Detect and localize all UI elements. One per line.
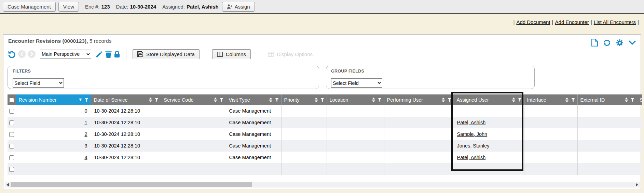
columns-icon [217, 52, 223, 57]
sort-arrows-icon[interactable] [149, 98, 152, 102]
column-header-revision-number[interactable]: Revision Number [16, 94, 91, 105]
sort-arrows-icon[interactable] [565, 98, 568, 102]
funnel-icon[interactable] [320, 98, 324, 102]
revision-link[interactable]: 2 [84, 131, 87, 137]
revision-link[interactable]: 3 [84, 143, 87, 149]
lock-icon[interactable] [114, 51, 120, 58]
row-checkbox[interactable] [9, 144, 14, 149]
revisions-table: Revision Number Date of Service Service … [8, 94, 642, 175]
assigned-user-link[interactable]: Sample, John [457, 131, 488, 137]
funnel-icon[interactable] [85, 98, 88, 102]
sort-arrows-icon[interactable] [269, 98, 272, 102]
table-row: 0 10-30-2024 12:28:10 Case Management [8, 105, 642, 117]
sort-arrows-icon[interactable] [512, 98, 515, 102]
column-header-external-id[interactable]: External ID [577, 94, 637, 105]
toolbar-divider [126, 49, 126, 60]
revision-link[interactable]: 4 [84, 155, 87, 160]
table-body: 0 10-30-2024 12:28:10 Case Management 1 … [8, 105, 642, 175]
filter-group-row: FILTERS Select Field GROUP FIELDS Select… [3, 62, 641, 89]
cell-date-of-service: 10-30-2024 12:28:10 [91, 105, 161, 117]
row-checkbox[interactable] [9, 155, 14, 160]
row-checkbox[interactable] [9, 109, 14, 114]
cell-date-of-service: 10-30-2024 12:28:10 [91, 140, 161, 152]
revision-link[interactable]: 1 [84, 120, 87, 125]
scrollbar-track[interactable] [11, 182, 634, 188]
sort-arrows-icon[interactable] [214, 98, 217, 102]
chevron-right-icon[interactable] [28, 50, 36, 58]
select-all-checkbox[interactable] [9, 98, 14, 103]
toolbar-divider [206, 49, 206, 60]
table-row: 4 10-30-2024 12:28:10 Case Management Pa… [8, 152, 642, 163]
sort-arrows-icon[interactable] [372, 98, 375, 102]
refresh-icon[interactable] [603, 39, 611, 47]
column-header-performing-user[interactable]: Performing User [384, 94, 454, 105]
undo-icon[interactable] [8, 50, 16, 58]
chevron-left-icon[interactable] [18, 50, 26, 58]
trash-icon[interactable] [105, 51, 112, 58]
funnel-icon[interactable] [631, 98, 634, 102]
page-icon[interactable] [591, 39, 598, 47]
column-header-service-code[interactable]: Service Code [161, 94, 226, 105]
action-links: |Add Document|Add Encounter|List All Enc… [0, 14, 644, 34]
sort-arrows-icon[interactable] [442, 98, 445, 102]
sort-down-icon[interactable] [79, 99, 82, 101]
encounter-number: Enc #: 123 [85, 4, 110, 10]
store-displayed-data-button[interactable]: Store Displayed Data [133, 49, 200, 59]
assigned-user-link[interactable]: Patel, Ashish [457, 155, 486, 160]
table-row: 1 10-30-2024 12:28:10 Case Management Pa… [8, 117, 642, 128]
case-management-button[interactable]: Case Management [3, 2, 56, 12]
cell-visit-type: Case Management [226, 105, 281, 117]
assign-button[interactable]: Assign [222, 2, 255, 12]
cell-date-of-service: 10-30-2024 12:28:10 [91, 152, 161, 163]
assigned-user-link[interactable]: Patel, Ashish [457, 120, 486, 125]
view-button[interactable]: View [58, 2, 79, 12]
gear-icon[interactable] [616, 39, 624, 47]
assigned-user-link[interactable]: Jones, Stanley [457, 143, 490, 149]
list-all-encounters-link[interactable]: List All Encounters [594, 19, 636, 25]
floppy-icon [137, 51, 143, 57]
group-fields-label: GROUP FIELDS [331, 69, 530, 74]
perspective-select[interactable]: Main Perspective [40, 50, 91, 59]
scrollbar-thumb[interactable] [11, 182, 252, 187]
funnel-icon[interactable] [571, 98, 575, 102]
chevron-down-icon[interactable] [629, 40, 636, 45]
revision-link[interactable]: 0 [84, 108, 87, 114]
scroll-left-arrow-icon[interactable] [5, 182, 11, 188]
cell-visit-type: Case Management [226, 152, 281, 163]
columns-button[interactable]: Columns [212, 49, 251, 59]
group-fields-box: GROUP FIELDS Select Field [326, 66, 535, 89]
add-document-link[interactable]: Add Document [516, 19, 550, 25]
column-header-location[interactable]: Location [327, 94, 384, 105]
assigned-user-display: Assigned: Patel, Ashish [162, 4, 219, 10]
panel-title: Encounter Revisions (0000123), 5 records [8, 38, 111, 44]
row-checkbox[interactable] [9, 167, 14, 172]
column-header-priority[interactable]: Priority [281, 94, 327, 105]
add-encounter-link[interactable]: Add Encounter [555, 19, 589, 25]
column-header-date-of-service[interactable]: Date of Service [91, 94, 161, 105]
column-header-assigned-user[interactable]: Assigned User [454, 94, 524, 105]
pencil-icon[interactable] [96, 51, 103, 58]
funnel-icon[interactable] [448, 98, 451, 102]
column-header-visit-type[interactable]: Visit Type [226, 94, 281, 105]
row-checkbox[interactable] [9, 120, 14, 125]
sort-arrows-icon[interactable] [625, 98, 628, 102]
funnel-icon[interactable] [518, 98, 522, 102]
grid-toolbar: Main Perspective Store Displayed Data Co… [3, 47, 641, 62]
grid-icon [268, 52, 274, 57]
funnel-icon[interactable] [155, 98, 159, 102]
display-options-button: Display Options [263, 50, 317, 59]
panel-header: Encounter Revisions (0000123), 5 records [3, 35, 641, 47]
sort-arrows-icon[interactable] [315, 98, 318, 102]
filters-field-select[interactable]: Select Field [13, 78, 64, 88]
row-checkbox[interactable] [9, 132, 14, 137]
column-header-interface[interactable]: Interface [524, 94, 577, 105]
column-header-clipped[interactable]: S [637, 94, 642, 105]
cell-visit-type: Case Management [226, 128, 281, 140]
top-toolbar: Case Management View Enc #: 123 Date: 10… [0, 0, 644, 14]
group-field-select[interactable]: Select Field [331, 78, 382, 88]
funnel-icon[interactable] [378, 98, 382, 102]
scroll-right-arrow-icon[interactable] [634, 182, 640, 188]
horizontal-scrollbar[interactable] [5, 182, 640, 188]
funnel-icon[interactable] [275, 98, 279, 102]
funnel-icon[interactable] [220, 98, 223, 102]
